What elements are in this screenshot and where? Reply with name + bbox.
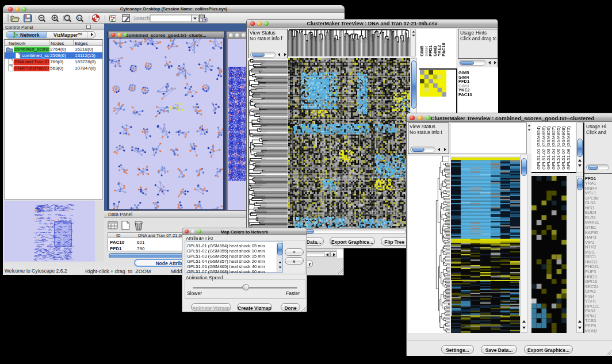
svg-text:Search:: Search: [133, 16, 151, 21]
svg-text:1:1: 1:1 [78, 17, 82, 20]
